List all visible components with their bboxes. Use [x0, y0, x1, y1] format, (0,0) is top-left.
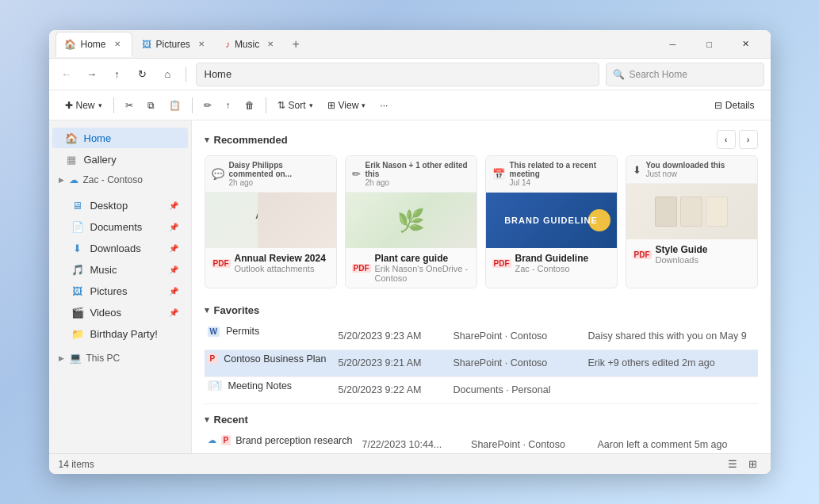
search-icon: 🔍	[613, 69, 625, 80]
forward-button[interactable]: →	[81, 63, 103, 86]
add-tab-button[interactable]: +	[286, 35, 305, 54]
address-bar[interactable]: Home	[196, 63, 599, 86]
tab-music[interactable]: ♪ Music ✕	[217, 32, 285, 57]
tab-music-close[interactable]: ✕	[264, 38, 277, 51]
meeting-notes-location: Documents · Personal	[449, 376, 584, 403]
view-button[interactable]: ⊞ View ▾	[321, 97, 373, 114]
pin-icon: 📌	[169, 223, 178, 231]
more-button[interactable]: ···	[373, 97, 394, 114]
paste-button[interactable]: 📋	[163, 97, 187, 114]
maximize-button[interactable]: □	[691, 32, 728, 57]
sort-button[interactable]: ⇅ Sort ▾	[271, 97, 320, 114]
sidebar-zac-label: Zac - Contoso	[83, 174, 143, 185]
brand-perception-name: Brand perception research	[235, 435, 352, 446]
pdf-icon: PDF	[212, 259, 231, 268]
chevron-right-icon: ▶	[59, 354, 64, 362]
gallery-icon: ▦	[65, 153, 78, 166]
search-bar[interactable]: 🔍 Search Home	[606, 63, 764, 86]
permits-name: Permits	[226, 326, 259, 337]
card-brand-guideline[interactable]: 📅 This related to a recent meeting Jul 1…	[485, 155, 618, 288]
card-brand-header-text: This related to a recent meeting	[510, 161, 610, 178]
sidebar-item-pictures[interactable]: 🖼 Pictures 📌	[52, 281, 188, 301]
edit-icon: ✏	[352, 168, 361, 180]
close-button[interactable]: ✕	[728, 32, 764, 57]
tab-home-close[interactable]: ✕	[111, 38, 124, 51]
minimize-button[interactable]: ─	[655, 32, 691, 57]
sidebar-item-videos[interactable]: 🎬 Videos 📌	[52, 302, 188, 323]
sidebar-item-this-pc[interactable]: ▶ 💻 This PC	[49, 348, 191, 368]
list-view-button[interactable]: ☰	[725, 456, 741, 472]
navbar: ← → ↑ ↻ ⌂ Home 🔍 Search Home	[49, 59, 771, 90]
music-tab-icon: ♪	[225, 39, 230, 50]
pin-icon: 📌	[169, 244, 178, 253]
back-button[interactable]: ←	[55, 63, 78, 86]
rename-button[interactable]: ✏	[197, 97, 218, 114]
copy-button[interactable]: ⧉	[141, 97, 161, 114]
card-plant-thumb: 🌿	[346, 193, 476, 248]
card-plant-care[interactable]: ✏ Erik Nason + 1 other edited this 2h ag…	[345, 155, 477, 288]
card-brand-footer: PDF Brand Guideline Zac - Contoso	[486, 248, 617, 278]
card-annual-review[interactable]: 💬 Daisy Philipps commented on... 2h ago …	[205, 155, 337, 288]
new-button[interactable]: ✚ New ▾	[59, 97, 109, 114]
recommended-nav: ‹ ›	[717, 130, 758, 149]
recent-chevron-icon: ▾	[205, 414, 209, 425]
paste-icon: 📋	[169, 100, 181, 111]
details-icon: ⊟	[714, 100, 722, 111]
search-placeholder: Search Home	[630, 69, 687, 80]
style-thumb-items	[650, 192, 733, 231]
meeting-notes-info	[584, 376, 758, 403]
cloud-icon: ☁	[69, 174, 78, 185]
up-button[interactable]: ↑	[106, 63, 128, 86]
cut-button[interactable]: ✂	[119, 97, 140, 114]
card-annual-header-text: Daisy Philipps commented on...	[229, 161, 330, 178]
item-count: 14 items	[59, 459, 94, 470]
favorites-item-permits[interactable]: W Permits 5/20/2023 9:23 AM SharePoint ·…	[205, 323, 758, 349]
recommended-next-button[interactable]: ›	[739, 130, 758, 149]
view-icon: ⊞	[327, 100, 335, 111]
sidebar-pictures-label: Pictures	[90, 285, 128, 297]
tab-pictures[interactable]: 🖼 Pictures ✕	[134, 32, 216, 57]
share-button[interactable]: ↑	[220, 97, 237, 114]
sidebar-gallery-label: Gallery	[84, 154, 117, 166]
tab-pictures-close[interactable]: ✕	[195, 38, 208, 51]
sidebar-item-gallery[interactable]: ▦ Gallery	[52, 149, 188, 170]
favorites-item-business-plan[interactable]: P Contoso Business Plan 5/20/2023 9:21 A…	[205, 349, 758, 376]
explorer-window: 🏠 Home ✕ 🖼 Pictures ✕ ♪ Music ✕ + ─ □ ✕	[49, 30, 771, 474]
sidebar-item-zac[interactable]: ▶ ☁ Zac - Contoso	[49, 170, 191, 189]
sidebar-item-desktop[interactable]: 🖥 Desktop 📌	[52, 195, 188, 216]
details-button[interactable]: ⊟ Details	[708, 97, 761, 114]
recent-list: ☁ P Brand perception research 7/22/2023 …	[205, 432, 758, 454]
favorites-item-meeting-notes[interactable]: 📄 Meeting Notes 5/20/2023 9:22 AM Docume…	[205, 376, 758, 403]
brand-perception-name-cell: ☁ P Brand perception research	[205, 432, 358, 449]
sidebar-item-home[interactable]: 🏠 Home	[52, 128, 188, 148]
card-plant-name: Plant care guide	[375, 253, 470, 264]
chevron-right-icon: ▶	[59, 176, 64, 184]
card-style-footer: PDF Style Guide Downloads	[626, 239, 757, 269]
delete-icon: 🗑	[245, 100, 255, 111]
tab-home[interactable]: 🏠 Home ✕	[55, 32, 132, 57]
delete-button[interactable]: 🗑	[239, 97, 261, 114]
sidebar-item-birthday[interactable]: 📁 Birthday Party!	[52, 323, 188, 344]
grid-view-button[interactable]: ⊞	[745, 456, 761, 472]
recent-item-brand-perception[interactable]: ☁ P Brand perception research 7/22/2023 …	[205, 432, 758, 454]
titlebar: 🏠 Home ✕ 🖼 Pictures ✕ ♪ Music ✕ + ─ □ ✕	[49, 30, 771, 59]
card-style-thumb	[626, 184, 757, 239]
card-annual-sub: Outlook attachments	[235, 264, 326, 273]
card-annual-name: Annual Review 2024	[235, 253, 326, 264]
refresh-button[interactable]: ↻	[132, 63, 154, 86]
sidebar-item-music[interactable]: 🎵 Music 📌	[52, 259, 188, 280]
sidebar-item-downloads[interactable]: ⬇ Downloads 📌	[52, 238, 188, 258]
toolbar-separator-3	[266, 97, 266, 113]
folder-yellow-icon: 📁	[71, 327, 84, 340]
home-icon: 🏠	[65, 132, 78, 144]
home-nav-button[interactable]: ⌂	[157, 63, 179, 86]
tab-music-label: Music	[235, 39, 259, 50]
desktop-icon: 🖥	[71, 199, 84, 212]
card-style-guide[interactable]: ⬇ You downloaded this Just now	[626, 155, 758, 288]
card-style-header: ⬇ You downloaded this Just now	[626, 156, 757, 184]
new-icon: ✚	[65, 100, 73, 111]
pdf-icon-plant: PDF	[352, 264, 371, 273]
recommended-prev-button[interactable]: ‹	[717, 130, 736, 149]
sidebar-item-documents[interactable]: 📄 Documents 📌	[52, 216, 188, 237]
meeting-notes-name-cell: 📄 Meeting Notes	[205, 377, 334, 395]
